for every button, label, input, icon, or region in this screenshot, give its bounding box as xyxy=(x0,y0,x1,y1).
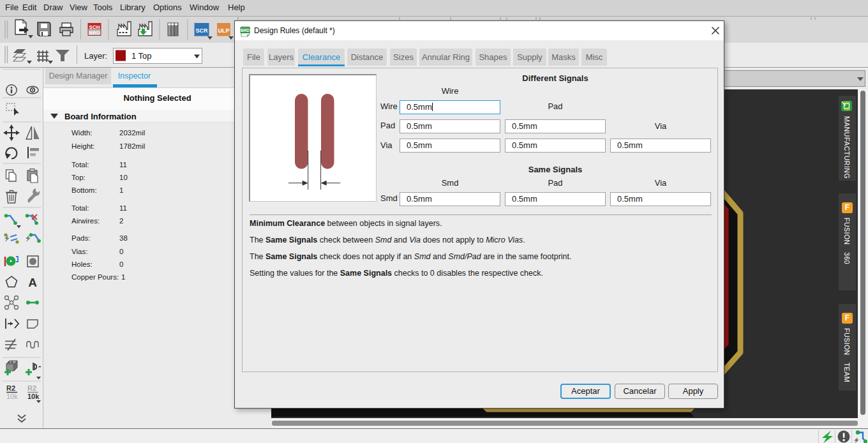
svg-text:10k: 10k xyxy=(6,393,18,400)
svg-text:1 Top: 1 Top xyxy=(131,51,152,61)
svg-text:Layer:: Layer: xyxy=(84,51,107,61)
svg-text:R2: R2 xyxy=(6,384,15,392)
svg-text:R2: R2 xyxy=(27,384,36,392)
svg-text:BRD: BRD xyxy=(241,28,250,33)
svg-text:BRD: BRD xyxy=(89,30,100,36)
svg-text:A: A xyxy=(28,276,37,289)
svg-text:ULP: ULP xyxy=(218,27,230,34)
svg-text:SCH: SCH xyxy=(89,24,100,30)
svg-text:10k: 10k xyxy=(27,393,40,400)
svg-text:SCR: SCR xyxy=(195,27,208,34)
